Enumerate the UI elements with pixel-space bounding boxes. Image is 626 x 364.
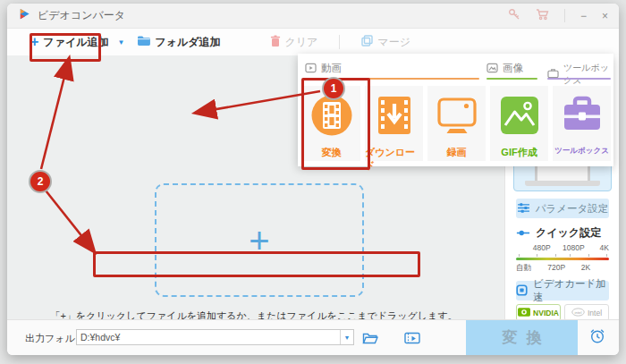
tile-gif-label: GIF作成 [501,146,537,159]
download-icon [372,93,417,141]
close-button[interactable]: × [602,11,608,21]
bottom-bar: 出力フォルダ： ▼ 変換 [7,319,619,355]
app-window: ビデオコンバータ − × + ファイル追加 [7,4,619,355]
quick-settings-header: クイック設定 [516,225,601,241]
title-bar: ビデオコンバータ − × [7,4,619,29]
nvidia-label: NVIDIA [533,309,559,317]
record-icon [435,93,479,141]
sliders-icon [517,202,530,216]
output-path-field[interactable]: ▼ [76,329,354,345]
intel-label: Intel [588,309,602,317]
toolbox-icon [560,93,605,141]
tab-toolbox[interactable]: ツールボックス [547,62,613,87]
convert-icon [309,93,354,141]
titlebar-separator [564,9,565,22]
gif-icon [497,93,542,141]
slider-label-auto[interactable]: 自動 [516,263,531,274]
clear-label: クリア [285,35,318,50]
add-file-button[interactable]: + ファイル追加 [30,35,108,50]
slider-label-4k[interactable]: 4K [600,243,609,252]
parameter-settings-label: パラメータ設定 [536,202,609,216]
parameter-settings-button[interactable]: パラメータ設定 [516,199,609,218]
schedule-clock-icon[interactable] [588,328,606,343]
tile-gif[interactable]: GIF作成 [490,86,548,161]
store-cart-icon[interactable] [536,8,549,24]
add-folder-button[interactable]: フォルダ追加 [137,35,220,50]
slider-label-720p[interactable]: 720P [547,263,565,272]
window-title: ビデオコンバータ [38,8,125,23]
merge-button[interactable]: マージ [361,35,410,50]
add-file-label: ファイル追加 [43,35,108,50]
quality-slider[interactable]: 480P 1080P 4K 自動 720P 2K [516,243,609,279]
slider-label-1080p[interactable]: 1080P [563,243,585,252]
app-logo-icon [18,7,31,24]
output-path-input[interactable] [77,330,340,344]
tab-image-label: 画像 [503,62,523,75]
video-tab-icon [305,63,317,75]
slider-label-2k[interactable]: 2K [581,263,590,272]
tile-record[interactable]: 録画 [427,86,486,161]
open-output-folder-button[interactable] [403,330,421,345]
tile-toolbox[interactable]: ツールボックス [553,86,611,161]
register-key-icon[interactable] [508,8,520,24]
convert-button[interactable]: 変換 [466,320,578,355]
tab-video[interactable]: 動画 [305,62,342,75]
folder-icon [137,35,150,49]
gpu-acceleration-label: ビデオカード加速 [533,277,609,304]
file-drop-zone[interactable]: + [155,183,364,297]
quick-settings-label: クイック設定 [536,225,601,241]
tab-video-label: 動画 [321,62,342,75]
gpu-acceleration-button[interactable]: ビデオカード加速 [516,281,609,301]
add-folder-label: フォルダ追加 [155,35,220,50]
merge-label: マージ [377,35,410,50]
tab-image[interactable]: 画像 [486,62,523,75]
svg-text:intel: intel [575,309,582,314]
tile-convert-label: 変換 [322,146,342,159]
tab-toolbox-label: ツールボックス [563,62,613,87]
tab-toolbox-underline [547,78,611,80]
path-dropdown-icon[interactable]: ▼ [340,330,353,344]
tab-image-underline [486,78,537,80]
tile-record-label: 録画 [447,146,467,159]
tile-download[interactable]: ダウンロード [365,86,423,161]
slider-pointer-icon [516,227,530,240]
intel-logo-icon: intel [571,308,585,318]
merge-icon [361,35,373,49]
tile-download-label: ダウンロード [365,146,423,173]
nvidia-logo-icon [518,308,530,318]
tab-video-underline [303,78,479,80]
plus-icon: + [30,35,38,49]
image-tab-icon [486,63,498,75]
mode-popup-panel: 動画 画像 ツールボックス [298,54,613,166]
clear-button[interactable]: クリア [270,35,318,50]
trash-icon [270,35,281,50]
slider-label-480p[interactable]: 480P [533,243,551,252]
slider-track[interactable] [516,258,609,260]
add-file-dropdown-icon[interactable]: ▼ [117,38,124,47]
toolbar: + ファイル追加 ▼ フォルダ追加 クリア [7,29,619,56]
gpu-chip-icon [516,284,528,298]
toolbar-separator [339,35,340,49]
drop-plus-icon: + [156,185,362,295]
tile-toolbox-label: ツールボックス [554,146,609,157]
browse-folder-button[interactable] [361,330,379,345]
tile-convert[interactable]: 変換 [302,86,360,161]
minimize-button[interactable]: − [580,11,587,21]
